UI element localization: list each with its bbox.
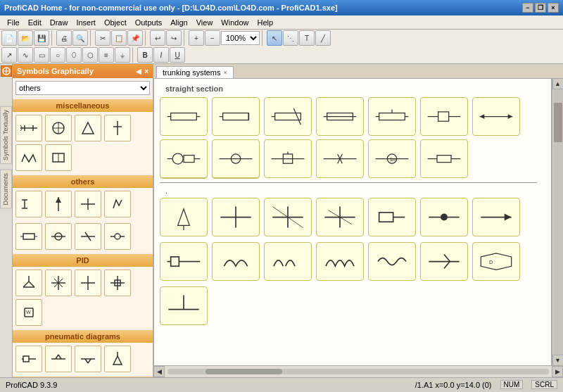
minimize-button[interactable]: − — [522, 3, 533, 13]
menu-align[interactable]: Align — [166, 17, 191, 28]
new-button[interactable]: 📄 — [1, 30, 17, 46]
list-item[interactable] — [104, 270, 131, 296]
canvas-symbol[interactable] — [472, 97, 520, 136]
bold-button[interactable]: B — [137, 47, 153, 63]
list-item[interactable] — [104, 346, 131, 372]
pin-icon[interactable]: ◀ — [136, 68, 141, 75]
ellipse-button[interactable]: ⬯ — [66, 47, 82, 63]
bus-button[interactable]: ≡ — [99, 47, 114, 63]
list-item[interactable] — [45, 191, 72, 217]
scroll-thumb-vertical[interactable] — [554, 103, 562, 143]
list-item[interactable] — [45, 346, 72, 372]
redo-button[interactable]: ↪ — [166, 30, 182, 46]
scroll-down-button[interactable]: ▼ — [552, 355, 564, 366]
menu-view[interactable]: View — [192, 17, 217, 28]
ground-button[interactable]: ⏚ — [115, 47, 130, 63]
canvas-symbol[interactable] — [264, 139, 312, 178]
horizontal-scrollbar[interactable]: ◀ ▶ — [153, 366, 563, 377]
menu-draw[interactable]: Draw — [46, 17, 72, 28]
scroll-right-button[interactable]: ▶ — [552, 366, 563, 377]
canvas-symbol[interactable] — [368, 97, 416, 136]
menu-outputs[interactable]: Outputs — [131, 17, 167, 28]
canvas-symbol[interactable] — [160, 97, 208, 136]
canvas-symbol[interactable] — [420, 242, 468, 281]
canvas-symbol[interactable] — [160, 198, 208, 236]
canvas-symbol[interactable] — [316, 242, 364, 281]
canvas-symbol[interactable]: 1m — [368, 139, 416, 178]
canvas-symbol[interactable] — [316, 97, 364, 136]
canvas-symbol[interactable] — [368, 198, 416, 236]
list-item[interactable] — [15, 115, 42, 141]
canvas-tab-trunking[interactable]: trunking systems × — [156, 66, 234, 78]
list-item[interactable] — [104, 191, 131, 217]
list-item[interactable] — [45, 144, 72, 171]
cut-button[interactable]: ✂ — [95, 30, 110, 46]
list-item[interactable] — [15, 223, 42, 250]
canvas-symbol[interactable] — [472, 198, 520, 236]
list-item[interactable] — [45, 270, 72, 296]
canvas-symbol[interactable] — [160, 139, 208, 178]
canvas-symbol[interactable] — [160, 242, 208, 281]
canvas-symbol[interactable] — [212, 242, 260, 281]
canvas-symbol[interactable] — [368, 242, 416, 281]
canvas-symbol[interactable]: D — [472, 242, 520, 281]
menu-object[interactable]: Object — [100, 17, 131, 28]
canvas-symbol[interactable] — [264, 242, 312, 281]
menu-help[interactable]: Help — [253, 17, 277, 28]
list-item[interactable] — [15, 270, 42, 296]
list-item[interactable] — [45, 115, 72, 141]
list-item[interactable]: W — [15, 299, 42, 326]
circle-button[interactable]: ○ — [50, 47, 65, 63]
canvas-symbol[interactable] — [264, 198, 312, 236]
open-button[interactable]: 📂 — [18, 30, 33, 46]
list-item[interactable] — [15, 191, 42, 217]
list-item[interactable] — [75, 115, 101, 141]
zoom-in-button[interactable]: + — [189, 30, 204, 46]
italic-button[interactable]: I — [153, 47, 169, 63]
zoom-out-button[interactable]: − — [205, 30, 220, 46]
list-item[interactable] — [104, 223, 131, 250]
canvas-symbol[interactable] — [420, 139, 468, 178]
canvas-symbol[interactable] — [420, 198, 468, 236]
menu-window[interactable]: Window — [217, 17, 253, 28]
canvas-symbol[interactable] — [420, 97, 468, 136]
canvas-drawing-area[interactable]: straight section — [154, 79, 551, 365]
canvas-symbol[interactable] — [160, 286, 208, 325]
scroll-thumb-horizontal[interactable] — [205, 369, 282, 374]
rect-button[interactable]: ▭ — [34, 47, 49, 63]
canvas-symbol[interactable] — [212, 198, 260, 236]
text-button[interactable]: T — [299, 30, 315, 46]
close-button[interactable]: × — [548, 3, 559, 13]
list-item[interactable] — [15, 144, 42, 171]
print-preview-button[interactable]: 🔍 — [72, 30, 88, 46]
canvas-symbol[interactable] — [212, 139, 260, 178]
copy-button[interactable]: 📋 — [111, 30, 127, 46]
save-button[interactable]: 💾 — [34, 30, 49, 46]
menu-edit[interactable]: Edit — [24, 17, 46, 28]
underline-button[interactable]: U — [170, 47, 185, 63]
canvas-symbol[interactable] — [264, 97, 312, 136]
paste-button[interactable]: 📌 — [127, 30, 143, 46]
canvas-tab-close[interactable]: × — [224, 69, 227, 76]
close-panel-icon[interactable]: × — [144, 68, 148, 75]
list-item[interactable] — [75, 346, 101, 372]
scroll-track-horizontal[interactable] — [167, 369, 549, 374]
list-item[interactable] — [45, 223, 72, 250]
canvas-symbol[interactable] — [316, 139, 364, 178]
vertical-scrollbar[interactable]: ▲ ▼ — [552, 78, 563, 366]
menu-insert[interactable]: Insert — [72, 17, 100, 28]
scroll-track-vertical[interactable] — [553, 89, 563, 355]
wire-button[interactable]: ⋱ — [283, 30, 298, 46]
tab-symbols-textually[interactable]: Symbols Textually — [0, 106, 12, 164]
arrow-button[interactable]: ↗ — [1, 47, 17, 63]
list-item[interactable] — [75, 270, 101, 296]
select-button[interactable]: ↖ — [267, 30, 282, 46]
list-item[interactable] — [75, 191, 101, 217]
symbols-category-dropdown[interactable]: others miscellaneous PID pneumatic diagr… — [15, 81, 150, 95]
poly-button[interactable]: ⬡ — [82, 47, 98, 63]
list-item[interactable] — [75, 223, 101, 250]
menu-file[interactable]: File — [3, 17, 24, 28]
scroll-left-button[interactable]: ◀ — [153, 366, 165, 377]
list-item[interactable] — [104, 115, 131, 141]
tab-documents[interactable]: Documents — [0, 170, 12, 209]
